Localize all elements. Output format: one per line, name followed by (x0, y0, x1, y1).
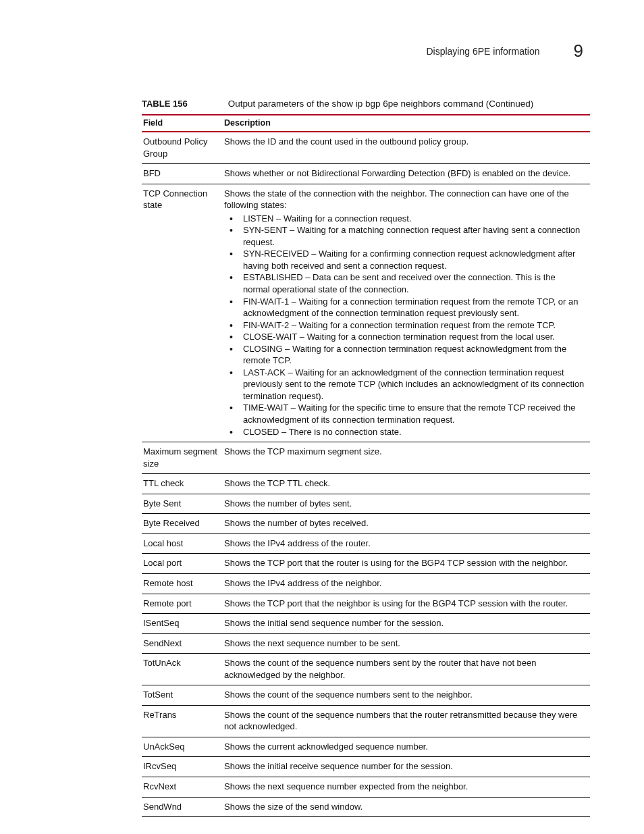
table-row: TotSentShows the count of the sequence n… (142, 685, 590, 706)
table-row: Byte ReceivedShows the number of bytes r… (142, 514, 590, 534)
field-cell: Byte Sent (142, 494, 223, 514)
description-cell: Shows the initial send sequence number f… (223, 614, 590, 634)
description-cell: Shows the count of the sequence numbers … (223, 654, 590, 685)
description-cell: Shows the TCP port that the neighbor is … (223, 594, 590, 614)
description-cell: Shows the number of bytes received. (223, 514, 590, 534)
field-cell: UnAckSeq (142, 737, 223, 757)
field-cell: TotUnAck (142, 654, 223, 685)
description-cell: Shows the number of bytes sent. (223, 494, 590, 514)
description-intro: Shows the state of the connection with t… (224, 188, 585, 211)
table-row: ISentSeqShows the initial send sequence … (142, 614, 590, 634)
table-row: UnAckSeqShows the current acknowledged s… (142, 737, 590, 757)
page-content: TABLE 156 Output parameters of the show … (142, 99, 590, 817)
field-cell: TotSent (142, 685, 223, 706)
list-item: CLOSED – There is no connection state. (224, 426, 585, 438)
table-label: TABLE 156 (142, 99, 188, 109)
page-header: Displaying 6PE information 9 (54, 41, 590, 61)
list-item: LAST-ACK – Waiting for an acknowledgment… (224, 367, 585, 402)
table-row: Byte SentShows the number of bytes sent. (142, 494, 590, 514)
table-caption: TABLE 156 Output parameters of the show … (142, 99, 590, 109)
table-row: TotUnAckShows the count of the sequence … (142, 654, 590, 685)
list-item: TIME-WAIT – Waiting for the specific tim… (224, 402, 585, 425)
table-row: TTL checkShows the TCP TTL check. (142, 474, 590, 494)
field-cell: Remote port (142, 594, 223, 614)
section-title: Displaying 6PE information (426, 46, 539, 57)
table-row: IRcvSeqShows the initial receive sequenc… (142, 757, 590, 777)
description-cell: Shows the initial receive sequence numbe… (223, 757, 590, 777)
table-row: Remote portShows the TCP port that the n… (142, 594, 590, 614)
field-cell: ISentSeq (142, 614, 223, 634)
list-item: SYN-SENT – Waiting for a matching connec… (224, 224, 585, 248)
list-item: CLOSING – Waiting for a connection termi… (224, 343, 585, 367)
description-cell: Shows the count of the sequence numbers … (223, 685, 590, 706)
table-row: BFDShows whether or not Bidirectional Fo… (142, 164, 590, 184)
description-cell: Shows the TCP port that the router is us… (223, 554, 590, 574)
description-cell: Shows the TCP maximum segment size. (223, 442, 590, 474)
description-cell: Shows the current acknowledged sequence … (223, 737, 590, 757)
table-row: SendWndShows the size of the send window… (142, 797, 590, 817)
list-item: CLOSE-WAIT – Waiting for a connection te… (224, 331, 585, 343)
description-cell: Shows the TCP TTL check. (223, 474, 590, 494)
table-row: TCP Connection stateShows the state of t… (142, 184, 590, 442)
field-cell: TTL check (142, 474, 223, 494)
bullet-list: LISTEN – Waiting for a connection reques… (224, 213, 585, 438)
field-cell: Remote host (142, 573, 223, 594)
description-cell: Shows the ID and the count used in the o… (223, 132, 590, 164)
field-cell: BFD (142, 164, 223, 184)
description-cell: Shows the next sequence number to be sen… (223, 633, 590, 654)
list-item: FIN-WAIT-2 – Waiting for a connection te… (224, 319, 585, 332)
field-cell: IRcvSeq (142, 757, 223, 777)
table-row: Local portShows the TCP port that the ro… (142, 554, 590, 574)
table-row: Outbound Policy GroupShows the ID and th… (142, 132, 590, 164)
table-row: ReTransShows the count of the sequence n… (142, 705, 590, 737)
col-header-field: Field (142, 115, 223, 132)
list-item: SYN-RECEIVED – Waiting for a confirming … (224, 248, 585, 271)
field-cell: ReTrans (142, 705, 223, 737)
field-cell: TCP Connection state (142, 184, 223, 442)
field-cell: Maximum segment size (142, 442, 223, 474)
table-row: SendNextShows the next sequence number t… (142, 633, 590, 654)
table-row: Maximum segment sizeShows the TCP maximu… (142, 442, 590, 474)
table-row: Local hostShows the IPv4 address of the … (142, 533, 590, 554)
description-cell: Shows the IPv4 address of the neighbor. (223, 573, 590, 594)
field-cell: Outbound Policy Group (142, 132, 223, 164)
list-item: LISTEN – Waiting for a connection reques… (224, 213, 585, 225)
field-cell: Byte Received (142, 514, 223, 534)
table-row: Remote hostShows the IPv4 address of the… (142, 573, 590, 594)
list-item: FIN-WAIT-1 – Waiting for a connection te… (224, 296, 585, 319)
table-title: Output parameters of the show ip bgp 6pe… (228, 99, 534, 109)
field-cell: SendWnd (142, 797, 223, 817)
field-cell: SendNext (142, 633, 223, 654)
description-cell: Shows the state of the connection with t… (223, 184, 590, 442)
description-cell: Shows the count of the sequence numbers … (223, 705, 590, 737)
description-cell: Shows the next sequence number expected … (223, 777, 590, 797)
field-cell: RcvNext (142, 777, 223, 797)
description-cell: Shows the IPv4 address of the router. (223, 533, 590, 554)
description-cell: Shows the size of the send window. (223, 797, 590, 817)
col-header-description: Description (223, 115, 590, 132)
field-cell: Local host (142, 533, 223, 554)
table-header-row: Field Description (142, 115, 590, 132)
list-item: ESTABLISHED – Data can be sent and recei… (224, 271, 585, 295)
field-cell: Local port (142, 554, 223, 574)
parameters-table: Field Description Outbound Policy GroupS… (142, 114, 590, 817)
description-cell: Shows whether or not Bidirectional Forwa… (223, 164, 590, 184)
chapter-number: 9 (574, 41, 583, 61)
table-row: RcvNextShows the next sequence number ex… (142, 777, 590, 797)
